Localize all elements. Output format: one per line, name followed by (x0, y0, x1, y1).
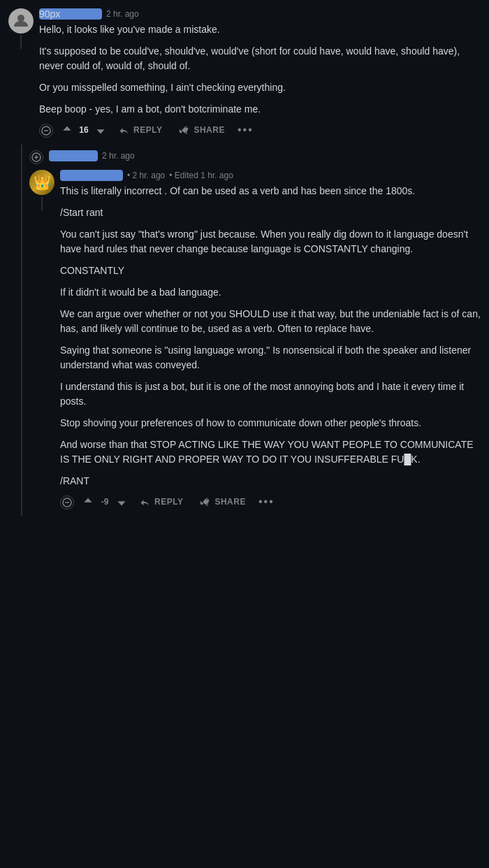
main-reply-reply-button[interactable]: Reply (136, 494, 187, 509)
main-reply-text: This is literally incorrect . Of can be … (60, 184, 481, 489)
top-comment-left (8, 8, 34, 49)
more-options-button[interactable]: ••• (238, 124, 254, 136)
top-comment-wrapper: 90px 2 hr. ago Hello, it looks like you'… (8, 8, 481, 145)
collapse-button[interactable] (39, 124, 53, 138)
share-button[interactable]: Share (175, 122, 229, 138)
main-reply-time: • 2 hr. ago (127, 171, 165, 180)
collapse-reply-button[interactable] (60, 496, 74, 509)
main-reply-wrapper: 👑 • 2 hr. ago • Edited 1 hr. ago This is… (29, 170, 481, 516)
main-reply-edited: • Edited 1 hr. ago (169, 171, 233, 180)
main-reply-share-button[interactable]: Share (196, 494, 250, 509)
post-container: 90px 2 hr. ago Hello, it looks like you'… (0, 0, 489, 516)
top-comment-avatar (8, 8, 34, 34)
main-reply-vote-count: -9 (98, 497, 112, 507)
main-reply-avatar: 👑 (29, 170, 54, 195)
first-reply-comment: 2 hr. ago (29, 145, 481, 164)
vote-section: 16 (61, 124, 106, 136)
main-reply-vote-section: -9 (82, 496, 127, 507)
svg-point-0 (17, 15, 24, 22)
top-comment-time: 2 hr. ago (106, 9, 139, 19)
main-reply-upvote-button[interactable] (82, 496, 94, 507)
expand-reply-button[interactable] (29, 150, 43, 164)
first-reply-time: 2 hr. ago (102, 151, 135, 161)
first-reply-username (49, 150, 98, 161)
main-reply-downvote-button[interactable] (116, 496, 127, 507)
top-comment-username: 90px (39, 8, 102, 20)
reply-thread: 2 hr. ago 👑 • 2 hr. ago • Edited 1 hr. a… (21, 145, 481, 516)
reply-button[interactable]: Reply (115, 122, 166, 138)
upvote-button[interactable] (61, 124, 73, 136)
main-reply-left: 👑 (29, 170, 54, 210)
vote-count: 16 (77, 125, 91, 135)
thread-line (20, 35, 22, 49)
downvote-button[interactable] (95, 124, 106, 136)
top-comment-header: 90px 2 hr. ago (39, 8, 481, 20)
main-reply-body: • 2 hr. ago • Edited 1 hr. ago This is l… (60, 170, 481, 516)
main-reply-thread-line (41, 196, 43, 210)
top-comment-text: Hello, it looks like you've made a mista… (39, 22, 481, 117)
main-reply-more-options-button[interactable]: ••• (258, 496, 275, 508)
main-reply-header: • 2 hr. ago • Edited 1 hr. ago (60, 170, 481, 181)
first-reply-header: 2 hr. ago (49, 150, 481, 161)
top-comment-body: 90px 2 hr. ago Hello, it looks like you'… (39, 8, 481, 145)
first-reply-body: 2 hr. ago (49, 150, 481, 164)
top-comment-action-bar: 16 Reply Share ••• (39, 122, 481, 138)
main-reply-username (60, 170, 123, 181)
main-reply-action-bar: -9 Reply Share (60, 494, 481, 509)
